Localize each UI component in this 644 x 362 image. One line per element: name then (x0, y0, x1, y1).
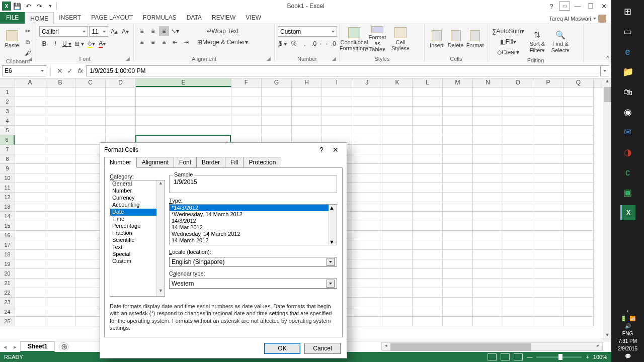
align-left-icon[interactable]: ≡ (137, 37, 147, 47)
dialog-launcher-icon[interactable]: ◢ (28, 56, 34, 62)
zoom-in-icon[interactable]: + (586, 354, 589, 360)
underline-button[interactable]: U ▾ (61, 39, 72, 49)
dlg-tab-font[interactable]: Font (174, 157, 197, 168)
scroll-left-icon[interactable]: ◂ (382, 343, 390, 350)
cancel-button[interactable]: Cancel (304, 343, 341, 354)
tab-data[interactable]: DATA (182, 12, 207, 24)
formula-input[interactable]: 1/9/2015 1:00:00 PM (86, 65, 599, 76)
dlg-tab-fill[interactable]: Fill (225, 157, 244, 168)
row-header-1[interactable]: 1 (0, 87, 15, 97)
zoom-thumb[interactable] (558, 354, 562, 360)
cut-icon[interactable]: ✂ (23, 26, 33, 36)
type-item[interactable]: *14/3/2012 (170, 205, 337, 211)
font-color-button[interactable]: A ▾ (97, 39, 107, 49)
volume-icon[interactable]: 🔊 (625, 323, 631, 329)
decrease-font-icon[interactable]: A▾ (120, 27, 130, 37)
prev-sheet-icon[interactable]: ◂ (0, 343, 10, 350)
fill-button[interactable]: ◧ Fill ▾ (491, 37, 525, 47)
increase-font-icon[interactable]: A▴ (109, 27, 119, 37)
format-cells-button[interactable]: Format (465, 26, 485, 52)
row-header-22[interactable]: 22 (0, 288, 15, 298)
name-box[interactable]: E6 (2, 65, 46, 76)
autosum-button[interactable]: ∑ AutoSum ▾ (491, 26, 525, 36)
new-sheet-icon[interactable]: ⊕ (59, 342, 69, 351)
next-sheet-icon[interactable]: ▸ (10, 343, 20, 350)
store-icon[interactable]: 🛍 (620, 84, 635, 100)
tab-review[interactable]: REVIEW (207, 12, 240, 24)
merge-center-button[interactable]: ⊞ Merge & Center ▾ (196, 37, 249, 47)
column-header-M[interactable]: M (443, 78, 473, 87)
task-view-icon[interactable]: ▭ (620, 24, 635, 39)
orientation-icon[interactable]: ⤡▾ (170, 26, 180, 36)
row-header-23[interactable]: 23 (0, 298, 15, 307)
row-header-13[interactable]: 13 (0, 202, 15, 212)
collapse-ribbon-icon[interactable]: ^ (606, 55, 609, 62)
tab-page-layout[interactable]: PAGE LAYOUT (86, 12, 138, 24)
dialog-launcher-icon[interactable]: ◢ (126, 56, 132, 62)
outlook-icon[interactable]: ✉ (620, 125, 635, 140)
row-header-5[interactable]: 5 (0, 126, 15, 135)
accounting-format-icon[interactable]: $ ▾ (278, 39, 288, 49)
normal-view-icon[interactable] (488, 353, 497, 360)
redo-icon[interactable]: ↷ (34, 1, 44, 11)
action-center-icon[interactable]: 💬 (625, 353, 631, 359)
calendar-select[interactable]: Western (169, 279, 337, 289)
zoom-level[interactable]: 100% (593, 354, 607, 360)
expand-formula-bar-icon[interactable] (600, 65, 609, 76)
fill-color-button[interactable]: ◇ ▾ (86, 39, 96, 49)
format-as-table-button[interactable]: Format asTable▾ (366, 26, 388, 52)
close-icon[interactable]: ✕ (598, 2, 609, 11)
column-header-I[interactable]: I (322, 78, 352, 87)
align-center-icon[interactable]: ≡ (148, 37, 158, 47)
row-header-6[interactable]: 6 (0, 135, 15, 145)
row-header-17[interactable]: 17 (0, 240, 15, 250)
row-header-9[interactable]: 9 (0, 164, 15, 173)
select-all-corner[interactable] (0, 78, 15, 87)
column-header-O[interactable]: O (503, 78, 533, 87)
excel-icon[interactable]: X (620, 205, 635, 220)
row-header-4[interactable]: 4 (0, 116, 15, 126)
conditional-formatting-button[interactable]: ConditionalFormatting▾ (343, 26, 365, 52)
row-header-16[interactable]: 16 (0, 231, 15, 240)
scroll-thumb[interactable] (604, 87, 611, 102)
row-header-21[interactable]: 21 (0, 279, 15, 288)
row-header-8[interactable]: 8 (0, 154, 15, 164)
find-select-button[interactable]: 🔍 Find &Select▾ (549, 29, 572, 55)
zoom-slider[interactable] (536, 356, 582, 358)
increase-decimal-icon[interactable]: .0→ (311, 39, 324, 49)
border-button[interactable]: ⊞ ▾ (73, 39, 85, 49)
horizontal-scrollbar[interactable]: ◂ ▸ (381, 342, 603, 351)
tray-time[interactable]: 7:31 PM (618, 338, 637, 344)
delete-cells-button[interactable]: Delete (447, 26, 465, 52)
dlg-tab-protection[interactable]: Protection (243, 157, 281, 168)
dialog-help-icon[interactable]: ? (314, 144, 329, 156)
start-icon[interactable]: ⊞ (620, 4, 635, 19)
camtasia-icon[interactable]: c (620, 165, 635, 180)
italic-button[interactable]: I (50, 39, 60, 49)
row-header-20[interactable]: 20 (0, 269, 15, 279)
column-header-N[interactable]: N (473, 78, 503, 87)
account-area[interactable]: Tareq Al Maswari (549, 15, 606, 23)
comma-icon[interactable]: , (300, 39, 310, 49)
restore-icon[interactable]: ❐ (585, 2, 596, 11)
type-item[interactable]: 14/3/2012 (170, 218, 337, 224)
file-tab[interactable]: FILE (0, 12, 25, 24)
wifi-icon[interactable]: 📶 (629, 316, 635, 321)
row-header-12[interactable]: 12 (0, 193, 15, 202)
clear-button[interactable]: ◇ Clear ▾ (491, 47, 525, 57)
decrease-decimal-icon[interactable]: ←.0 (325, 39, 337, 49)
increase-indent-icon[interactable]: ⇥ (181, 37, 191, 47)
column-header-D[interactable]: D (106, 78, 136, 87)
edge-icon[interactable]: e (620, 44, 635, 59)
tray-lang[interactable]: ENG (622, 331, 633, 336)
row-header-3[interactable]: 3 (0, 107, 15, 116)
tab-view[interactable]: VIEW (240, 12, 266, 24)
decrease-indent-icon[interactable]: ⇤ (170, 37, 180, 47)
copy-icon[interactable]: ⧉ (23, 37, 33, 47)
row-header-7[interactable]: 7 (0, 145, 15, 154)
column-header-Q[interactable]: Q (564, 78, 594, 87)
scroll-down-icon[interactable]: ▼ (603, 332, 611, 341)
type-item[interactable]: 14 Mar 2012 (170, 224, 337, 231)
cell-styles-button[interactable]: CellStyles▾ (389, 26, 412, 52)
row-header-19[interactable]: 19 (0, 259, 15, 269)
